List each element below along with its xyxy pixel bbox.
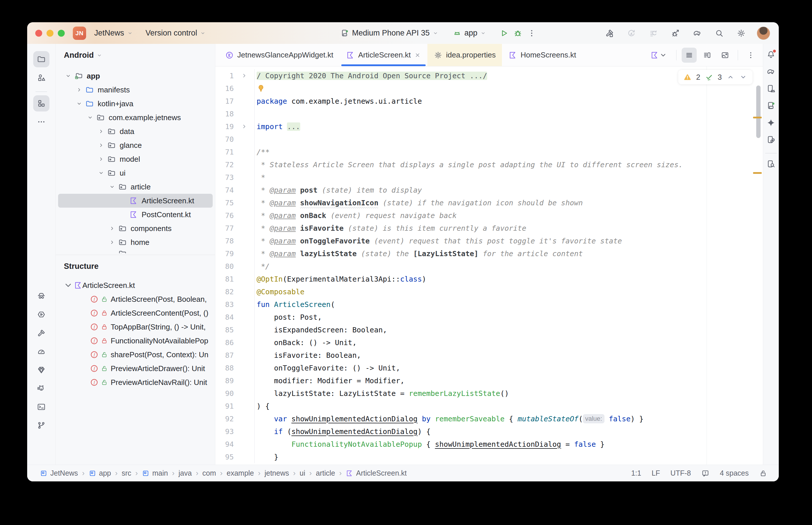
code-text[interactable]: @OptIn(ExperimentalMaterial3Api::class) <box>254 273 426 285</box>
attach-debugger-button[interactable] <box>668 26 682 40</box>
code-text[interactable]: lazyListState: LazyListState = rememberL… <box>254 387 509 400</box>
inspections-widget[interactable]: 2 3 <box>678 70 752 84</box>
code-line[interactable]: 89 modifier: Modifier = Modifier, <box>215 374 763 387</box>
status-1-1[interactable]: 1:1 <box>631 469 641 477</box>
line-number[interactable]: 90 <box>215 389 234 397</box>
terminal-button[interactable] <box>33 399 49 415</box>
code-text[interactable]: * @param onToggleFavorite (event) reques… <box>254 235 622 247</box>
code-line[interactable]: 81@OptIn(ExperimentalMaterial3Api::class… <box>215 273 763 285</box>
code-line[interactable]: 90 lazyListState: LazyListState = rememb… <box>215 387 763 400</box>
code-line[interactable]: 18 <box>215 107 763 120</box>
breadcrumb-item-main[interactable]: main <box>142 469 168 477</box>
code-line[interactable]: 17package com.example.jetnews.ui.article <box>215 95 763 107</box>
device-selector[interactable]: Medium Phone API 35 <box>337 26 442 40</box>
line-number[interactable]: 75 <box>215 199 234 207</box>
tree-item-home[interactable]: home <box>58 235 213 249</box>
code-line[interactable]: 80 */ <box>215 260 763 273</box>
line-number[interactable]: 80 <box>215 262 234 271</box>
status-4-spaces[interactable]: 4 spaces <box>720 469 749 477</box>
code-text[interactable] <box>254 133 256 146</box>
view-split-button[interactable] <box>699 48 714 63</box>
benchmark-button[interactable] <box>33 343 49 360</box>
line-number[interactable]: 77 <box>215 224 234 232</box>
expand-icon[interactable] <box>95 128 107 135</box>
code-text[interactable]: modifier: Modifier = Modifier, <box>254 374 404 387</box>
structure-item[interactable]: fPreviewArticleNavRail(): Unit <box>56 375 215 389</box>
project-tool-button[interactable] <box>33 51 49 67</box>
breadcrumb-item-article[interactable]: article <box>316 469 335 477</box>
fold-region-icon[interactable] <box>234 123 254 130</box>
build-tool-button[interactable] <box>33 325 49 341</box>
code-line[interactable]: 87 isFavorite: Boolean, <box>215 349 763 362</box>
app-insights-button[interactable] <box>33 362 49 378</box>
line-number[interactable]: 86 <box>215 339 234 347</box>
code-text[interactable] <box>254 82 265 95</box>
line-number[interactable]: 1 <box>215 72 234 80</box>
code-text[interactable]: onBack: () -> Unit, <box>254 336 357 349</box>
gemini-button[interactable] <box>764 116 778 130</box>
collapse-icon[interactable] <box>107 184 118 190</box>
scrollbar-thumb[interactable] <box>756 86 761 138</box>
code-text[interactable] <box>254 107 256 120</box>
code-line[interactable]: 85 isExpandedScreen: Boolean, <box>215 324 763 336</box>
tree-item-app[interactable]: app <box>58 69 213 83</box>
scroll-warning-mark[interactable] <box>753 172 762 174</box>
expand-icon[interactable] <box>95 156 107 162</box>
structure-item[interactable]: fPreviewArticleDrawer(): Unit <box>56 362 215 375</box>
breadcrumb-item-articlescreen-kt[interactable]: ArticleScreen.kt <box>345 469 407 477</box>
prev-problem-button[interactable] <box>726 73 735 81</box>
structure-item[interactable]: fFunctionalityNotAvailablePop <box>56 334 215 348</box>
tree-item-components[interactable]: components <box>58 222 213 235</box>
warn-bubble-icon[interactable] <box>701 469 709 477</box>
tree-item-kotlin-java[interactable]: kotlin+java <box>58 97 213 110</box>
next-problem-button[interactable] <box>739 73 747 81</box>
logcat-button[interactable] <box>33 380 49 396</box>
breadcrumb-item-jetnews[interactable]: JetNews <box>40 469 78 477</box>
code-line[interactable]: 86 onBack: () -> Unit, <box>215 336 763 349</box>
line-number[interactable]: 83 <box>215 300 234 309</box>
breadcrumb-item-ui[interactable]: ui <box>300 469 305 477</box>
code-line[interactable]: 93 if (showUnimplementedActionDialog) { <box>215 425 763 438</box>
gradle-button[interactable] <box>764 64 778 79</box>
tree-item-com-example-jetnews[interactable]: com.example.jetnews <box>58 110 213 124</box>
code-line[interactable]: 88 onToggleFavorite: () -> Unit, <box>215 362 763 374</box>
code-line[interactable]: 74 * @param post (state) item to display <box>215 184 763 196</box>
line-number[interactable]: 87 <box>215 351 234 360</box>
line-number[interactable]: 89 <box>215 377 234 385</box>
code-text[interactable]: post: Post, <box>254 311 322 324</box>
line-number[interactable]: 73 <box>215 173 234 182</box>
view-preview-button[interactable] <box>718 48 733 63</box>
collapse-icon[interactable] <box>95 170 107 176</box>
tab-jetnewsglanceappwidget-kt[interactable]: JetnewsGlanceAppWidget.kt <box>219 44 340 66</box>
line-number[interactable]: 17 <box>215 97 234 105</box>
code-text[interactable]: package com.example.jetnews.ui.article <box>254 95 422 107</box>
line-number[interactable]: 95 <box>215 453 234 461</box>
code-text[interactable]: @Composable <box>254 285 305 298</box>
project-pane-header[interactable]: Android <box>56 44 215 60</box>
unlock-icon[interactable] <box>759 469 767 477</box>
line-number[interactable]: 71 <box>215 148 234 156</box>
intention-bulb-icon[interactable] <box>256 84 265 93</box>
code-text[interactable]: / Copyright 2020 The Android Open Source… <box>254 69 487 82</box>
line-number[interactable]: 18 <box>215 110 234 118</box>
close-window-button[interactable] <box>35 30 42 37</box>
line-number[interactable]: 70 <box>215 135 234 144</box>
hidden-tabs-kotlin-button[interactable] <box>647 48 671 63</box>
tree-item-model[interactable]: model <box>58 152 213 166</box>
code-text[interactable]: * @param post (state) item to display <box>254 184 422 196</box>
line-number[interactable]: 82 <box>215 288 234 296</box>
line-number[interactable]: 79 <box>215 250 234 258</box>
line-number[interactable]: 74 <box>215 186 234 194</box>
code-text[interactable]: isFavorite: Boolean, <box>254 349 361 362</box>
search-button[interactable] <box>712 26 726 40</box>
run-button[interactable] <box>497 26 511 40</box>
vcs-selector[interactable]: Version control <box>142 26 209 40</box>
code-text[interactable]: var showUnimplementedActionDialog by rem… <box>254 412 644 425</box>
project-selector[interactable]: JetNews <box>91 26 136 40</box>
tree-item-glance[interactable]: glance <box>58 138 213 152</box>
code-text[interactable]: * @param lazyListState (state) the [Lazy… <box>254 247 583 260</box>
collapse-icon[interactable] <box>74 101 85 107</box>
code-text[interactable]: isExpandedScreen: Boolean, <box>254 324 387 336</box>
code-text[interactable]: /** <box>254 146 270 158</box>
collapse-icon[interactable] <box>85 114 95 121</box>
